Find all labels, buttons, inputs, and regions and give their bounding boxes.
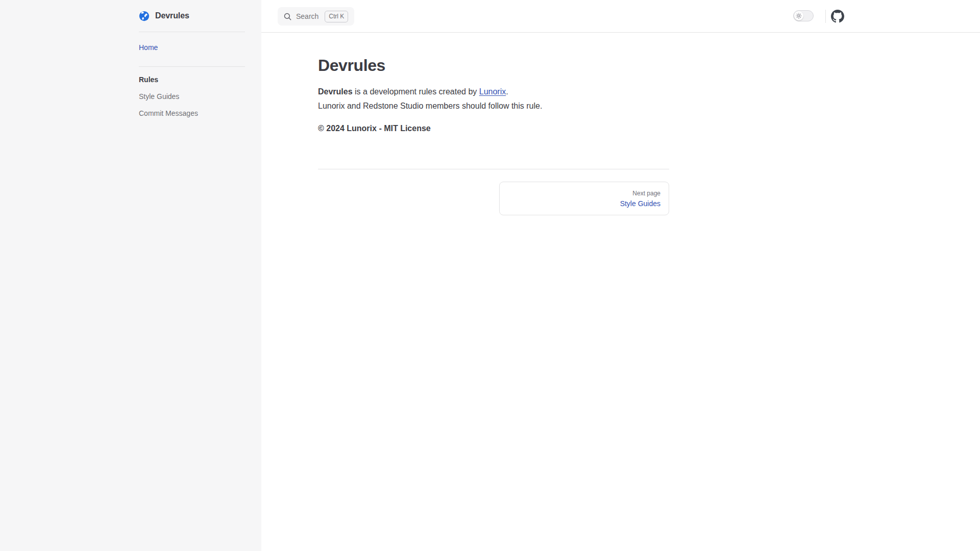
navbar: Search Ctrl K — [261, 0, 980, 33]
search-shortcut-badge: Ctrl K — [325, 11, 348, 22]
intro-line2: Lunorix and Redstone Studio members shou… — [318, 102, 542, 110]
intro-period: . — [506, 87, 508, 96]
sidebar-item-home[interactable]: Home — [139, 43, 245, 52]
navbar-divider — [825, 10, 826, 23]
sidebar-item-style-guides[interactable]: Style Guides — [139, 92, 245, 101]
github-icon — [831, 10, 844, 23]
next-page-link[interactable]: Style Guides — [620, 198, 660, 209]
content-divider — [318, 169, 669, 169]
page-title: Devrules — [318, 55, 669, 76]
github-link[interactable] — [831, 10, 844, 23]
theme-toggle[interactable] — [793, 10, 814, 21]
sidebar-item-commit-messages[interactable]: Commit Messages — [139, 109, 245, 118]
sun-icon — [796, 13, 802, 19]
theme-toggle-knob — [794, 11, 803, 20]
brand-title: Devrules — [155, 11, 189, 20]
globe-icon — [139, 11, 150, 21]
next-page-label: Next page — [632, 188, 660, 198]
sidebar-section-title-rules: Rules — [139, 75, 245, 84]
intro-text: is a development rules created by — [353, 87, 479, 96]
sidebar: Devrules Home Rules Style Guides Commit … — [0, 0, 261, 551]
search-label: Search — [296, 12, 318, 20]
lunorix-link[interactable]: Lunorix — [479, 87, 506, 96]
brand-home-link[interactable]: Devrules — [139, 0, 245, 32]
next-page-card[interactable]: Next page Style Guides — [499, 182, 669, 215]
intro-bold: Devrules — [318, 87, 353, 96]
sidebar-divider — [139, 66, 245, 67]
copyright-text: © 2024 Lunorix - MIT License — [318, 121, 669, 136]
intro-paragraph: Devrules is a development rules created … — [318, 85, 669, 113]
search-button[interactable]: Search Ctrl K — [278, 7, 354, 26]
search-icon — [284, 13, 291, 20]
